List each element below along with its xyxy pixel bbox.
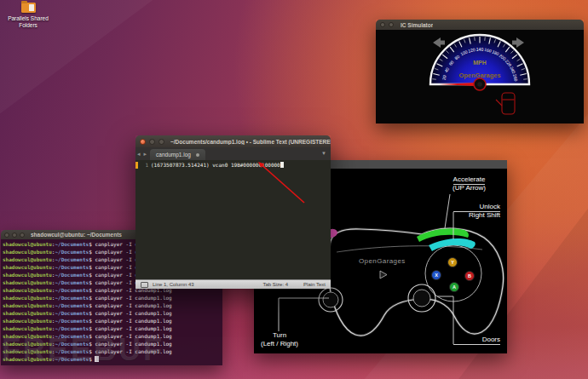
gauge-hub-center — [477, 82, 482, 87]
ic-simulator-title: IC Simulator — [401, 22, 433, 28]
text-caret — [280, 162, 285, 168]
tab-size-indicator[interactable]: Tab Size: 4 — [262, 282, 288, 287]
ic-simulator-titlebar: IC Simulator — [376, 20, 584, 30]
guide-triangle-icon — [380, 271, 387, 279]
doors-underline — [453, 344, 500, 345]
terminal-line: shadowcul@ubuntu:~/Documents$ canplayer … — [3, 317, 221, 324]
right-stick-top — [413, 290, 430, 307]
terminal-line: shadowcul@ubuntu:~/Documents$ canplayer … — [3, 324, 221, 332]
tab-label: candump1.log — [156, 152, 191, 158]
modified-dot-icon — [196, 153, 199, 157]
gauge-unit: MPH — [473, 60, 487, 66]
minimize-button[interactable] — [12, 233, 17, 238]
close-button[interactable] — [4, 233, 9, 238]
left-stick-top — [323, 292, 338, 307]
terminal-line: shadowcul@ubuntu:~/Documents$ — [3, 355, 221, 363]
minimize-button[interactable] — [149, 139, 155, 145]
terminal-line: shadowcul@ubuntu:~/Documents$ canplayer … — [3, 301, 221, 309]
turn-left-arrow-icon — [433, 37, 445, 48]
cursor-position[interactable]: Line 1, Column 43 — [153, 282, 194, 287]
terminal-line: shadowcul@ubuntu:~/Documents$ canplayer … — [3, 332, 221, 340]
controller-brand-text: OpenGarages — [359, 257, 406, 265]
window-button[interactable] — [389, 22, 394, 27]
button-y-letter: Y — [451, 260, 454, 265]
status-bar: Line 1, Column 43 Tab Size: 4 Plain Text — [135, 279, 331, 289]
folder-icon — [21, 3, 36, 13]
turn-right-arrow-icon — [512, 37, 524, 48]
terminal-line: shadowcul@ubuntu:~/Documents$ canplayer … — [3, 294, 221, 301]
sublime-text-window: ~/Documents/candump1.log • - Sublime Tex… — [135, 135, 331, 289]
controller-outline — [328, 228, 504, 336]
controller-outline-glow — [328, 228, 504, 336]
sublime-titlebar: ~/Documents/candump1.log • - Sublime Tex… — [135, 135, 331, 147]
terminal-title: shadowcul@ubuntu: ~/Documents — [31, 232, 122, 238]
maximize-button[interactable] — [159, 139, 164, 145]
terminal-line: shadowcul@ubuntu:~/Documents$ canplayer … — [3, 309, 221, 317]
speedometer-gauge: 20406080100120140160180200220240260 MPH … — [376, 30, 584, 123]
close-button[interactable] — [140, 139, 146, 145]
controller-crease — [337, 246, 482, 252]
terminal-line: shadowcul@ubuntu:~/Documents$ canplayer … — [3, 340, 221, 347]
vintage-mode-icon — [141, 282, 148, 288]
label-doors: Doors — [428, 336, 500, 344]
terminal-line: shadowcul@ubuntu:~/Documents$ canplayer … — [3, 347, 221, 355]
label-accelerate: Accelerate (UP Arrow) — [433, 175, 505, 192]
button-x-letter: X — [435, 273, 438, 278]
code-line: (1673507873.514241) vcan0 19B#0000001000… — [151, 162, 284, 169]
ic-simulator-content: 20406080100120140160180200220240260 MPH … — [376, 30, 584, 123]
modified-line-marker — [135, 162, 138, 169]
syntax-indicator[interactable]: Plain Text — [303, 282, 326, 287]
tab-bar: ◂ ▸ candump1.log ▼ — [135, 147, 331, 160]
tab-scroll-right-icon[interactable]: ▸ — [142, 147, 149, 160]
svg-text:140: 140 — [476, 47, 484, 52]
tab-overflow-icon[interactable]: ▼ — [317, 147, 331, 160]
unlock-underline — [453, 211, 500, 212]
button-a-letter: A — [453, 284, 456, 290]
label-turn: Turn (Left / Right) — [254, 331, 305, 348]
ic-simulator-window: IC Simulator 204060801001201401601802002… — [376, 20, 584, 123]
desktop-icon-parallels-shared-folders[interactable]: Parallels Shared Folders — [3, 3, 53, 29]
car-door-icon — [496, 93, 515, 114]
terminal-cursor — [95, 356, 99, 362]
desktop-wallpaper: Parallels Shared Folders — [0, 0, 588, 379]
window-button[interactable] — [380, 22, 385, 27]
editor-area[interactable]: 1 (1673507873.514241) vcan0 19B#00000010… — [135, 160, 331, 279]
sublime-title: ~/Documents/candump1.log • - Sublime Tex… — [170, 139, 331, 145]
maximize-button[interactable] — [20, 233, 25, 238]
line-number: 1 — [135, 162, 151, 169]
tab-candump1-log[interactable]: candump1.log — [150, 149, 205, 160]
button-b-letter: B — [468, 273, 471, 279]
tab-scroll-left-icon[interactable]: ◂ — [135, 147, 142, 160]
desktop-icon-label: Parallels Shared Folders — [3, 15, 53, 29]
